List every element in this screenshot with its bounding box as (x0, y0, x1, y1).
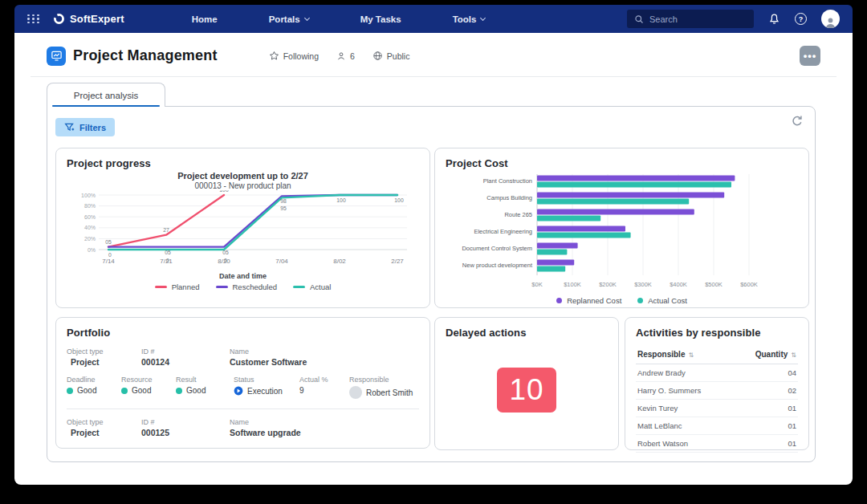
svg-text:100: 100 (394, 197, 404, 203)
svg-text:0%: 0% (88, 247, 96, 253)
field-label: Responsible (349, 376, 419, 384)
activities-table: Responsible⇅ Quantity⇅ Andrew Brady04Har… (636, 347, 798, 453)
refresh-icon (791, 115, 804, 128)
tab-project-analysis[interactable]: Project analysis (47, 83, 165, 107)
nav-item-home[interactable]: Home (166, 14, 243, 24)
table-row: Andrew Brady04 (636, 364, 798, 382)
filters-button[interactable]: Filters (55, 118, 115, 136)
ellipsis-icon: ••• (804, 50, 817, 62)
app-grid-icon[interactable] (27, 14, 40, 24)
column-header-responsible[interactable]: Responsible⇅ (637, 350, 694, 359)
refresh-button[interactable] (791, 115, 804, 131)
more-options-button[interactable]: ••• (800, 46, 820, 66)
search-box[interactable] (627, 10, 754, 28)
page-content: Project Management Following 6 (14, 33, 853, 485)
svg-text:60%: 60% (84, 214, 96, 220)
project-progress-line-chart: 0%20%40%60%80%100%7/147/218/207/048/022/… (67, 190, 420, 270)
chevron-down-icon (304, 14, 310, 20)
progress-chart-legend: PlannedRescheduledActual (67, 282, 419, 291)
chart-subtitle: 000013 - New product plan (67, 181, 419, 190)
deadline-value: Good (77, 386, 96, 395)
resource-value: Good (132, 386, 151, 395)
svg-text:0: 0 (224, 258, 227, 263)
responsible-cell: Kevin Turey (637, 404, 678, 413)
nav-item-my-tasks[interactable]: My Tasks (335, 14, 427, 24)
search-icon (634, 14, 644, 24)
svg-text:05: 05 (165, 250, 171, 255)
activities-table-body: Andrew Brady04Harry O. Summers02Kevin Tu… (636, 364, 798, 453)
execution-play-icon (234, 386, 243, 396)
sort-icon: ⇅ (688, 352, 694, 359)
quantity-cell: 04 (788, 368, 796, 377)
field-label: Name (230, 348, 419, 356)
quantity-cell: 01 (788, 404, 796, 413)
legend-label: Rescheduled (233, 282, 277, 291)
main-menu: Home Portals My Tasks Tools (166, 14, 511, 24)
visibility-indicator: Public (372, 51, 410, 61)
svg-text:2/27: 2/27 (391, 258, 404, 265)
quantity-cell: 02 (788, 386, 796, 395)
nav-item-portals[interactable]: Portals (243, 14, 335, 24)
field-label: Object type (67, 348, 141, 356)
svg-text:$100K: $100K (564, 281, 581, 288)
svg-text:$200K: $200K (599, 281, 617, 288)
field-label: ID # (141, 418, 230, 426)
legend-swatch (556, 298, 562, 303)
svg-text:100: 100 (219, 190, 229, 193)
legend-swatch (155, 286, 167, 288)
svg-text:27: 27 (163, 227, 169, 233)
nav-item-label: My Tasks (360, 14, 401, 24)
svg-text:100%: 100% (81, 193, 96, 198)
project-management-app-icon (47, 47, 66, 66)
responsible-cell: Harry O. Summers (637, 386, 701, 395)
panel-project-cost: Project Cost $0K$100K$200K$300K$400K$500… (434, 148, 809, 308)
svg-text:Campus Building: Campus Building (486, 194, 532, 201)
svg-text:80%: 80% (84, 203, 96, 209)
legend-item: Actual Cost (637, 296, 687, 305)
tab-content-container: Filters Project progress Project develop… (47, 106, 816, 462)
visibility-label: Public (387, 51, 410, 61)
members-button[interactable]: 6 (336, 51, 355, 61)
following-button[interactable]: Following (269, 51, 319, 61)
user-avatar[interactable] (821, 10, 840, 28)
help-icon[interactable]: ? (795, 13, 807, 25)
legend-label: Planned (172, 282, 200, 291)
notifications-bell-icon[interactable] (768, 13, 780, 25)
legend-item: Planned (155, 282, 200, 291)
object-type-value: Project (67, 357, 141, 367)
person-icon (336, 51, 346, 61)
activities-table-header: Responsible⇅ Quantity⇅ (636, 347, 798, 364)
portfolio-divider (67, 408, 419, 409)
delayed-actions-count: 10 (509, 373, 543, 407)
brand-logo[interactable]: SoftExpert (53, 13, 124, 25)
quantity-cell: 01 (788, 439, 796, 448)
svg-text:05: 05 (105, 239, 112, 245)
result-value: Good (186, 386, 206, 395)
panel-delayed-actions: Delayed actions 10 (434, 317, 619, 450)
svg-text:100: 100 (336, 197, 346, 203)
panel-title: Delayed actions (446, 327, 608, 339)
project-name-value: Customer Software (230, 357, 419, 367)
actual-percent-value: 9 (299, 386, 304, 395)
svg-text:Route 265: Route 265 (504, 211, 532, 218)
chart-title: Project development up to 2/27 (67, 171, 419, 181)
delayed-actions-count-tile[interactable]: 10 (497, 368, 556, 413)
project-id-value: 000124 (141, 357, 230, 367)
legend-swatch (637, 298, 643, 303)
chart-heading: Project development up to 2/27 000013 - … (67, 171, 419, 190)
responsible-cell: Robert Watson (637, 439, 688, 448)
panel-title: Project progress (67, 157, 419, 169)
svg-text:Document Control System: Document Control System (462, 245, 532, 252)
status-good-dot (176, 388, 182, 394)
svg-text:Plant Construction: Plant Construction (483, 177, 532, 185)
field-label: Resource (121, 376, 176, 384)
softexpert-logo-icon (53, 13, 65, 25)
legend-item: Actual (293, 282, 331, 291)
search-input[interactable] (649, 14, 738, 24)
column-header-quantity[interactable]: Quantity⇅ (755, 350, 796, 359)
page-header: Project Management Following 6 (14, 33, 853, 66)
svg-text:98: 98 (280, 198, 287, 204)
nav-right-cluster: ? (627, 10, 840, 28)
nav-item-tools[interactable]: Tools (427, 14, 511, 24)
status-good-dot (121, 388, 128, 394)
